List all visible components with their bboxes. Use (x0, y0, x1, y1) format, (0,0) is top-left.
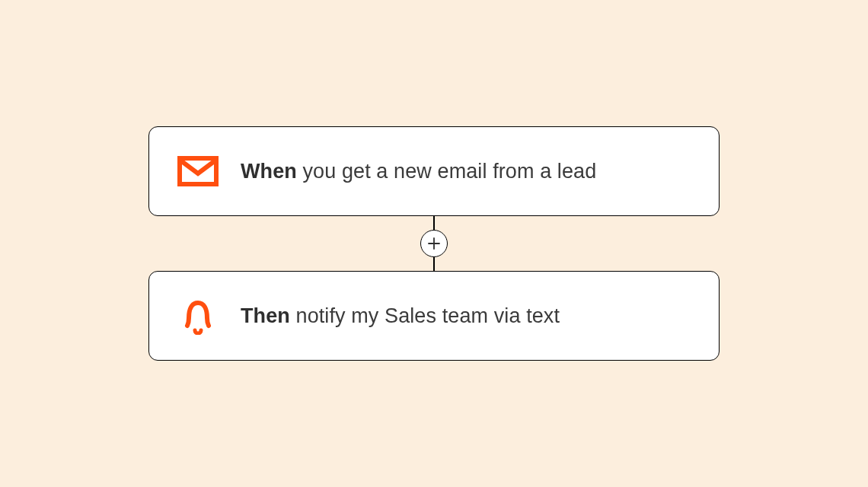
action-desc: notify my Sales team via text (296, 304, 560, 327)
add-step-button[interactable] (420, 230, 448, 257)
action-card[interactable]: Then notify my Sales team via text (148, 271, 720, 361)
trigger-keyword: When (241, 160, 297, 183)
plus-icon (427, 237, 441, 250)
trigger-card[interactable]: When you get a new email from a lead (148, 126, 720, 216)
trigger-desc: you get a new email from a lead (303, 160, 597, 183)
automation-flow: When you get a new email from a lead The… (148, 126, 720, 361)
action-keyword: Then (241, 304, 290, 327)
connector-line-top (433, 216, 435, 230)
connector (420, 216, 448, 271)
mail-icon (177, 154, 219, 188)
bell-icon (177, 299, 219, 333)
trigger-text: When you get a new email from a lead (241, 160, 596, 183)
connector-line-bottom (433, 257, 435, 271)
action-text: Then notify my Sales team via text (241, 304, 560, 328)
